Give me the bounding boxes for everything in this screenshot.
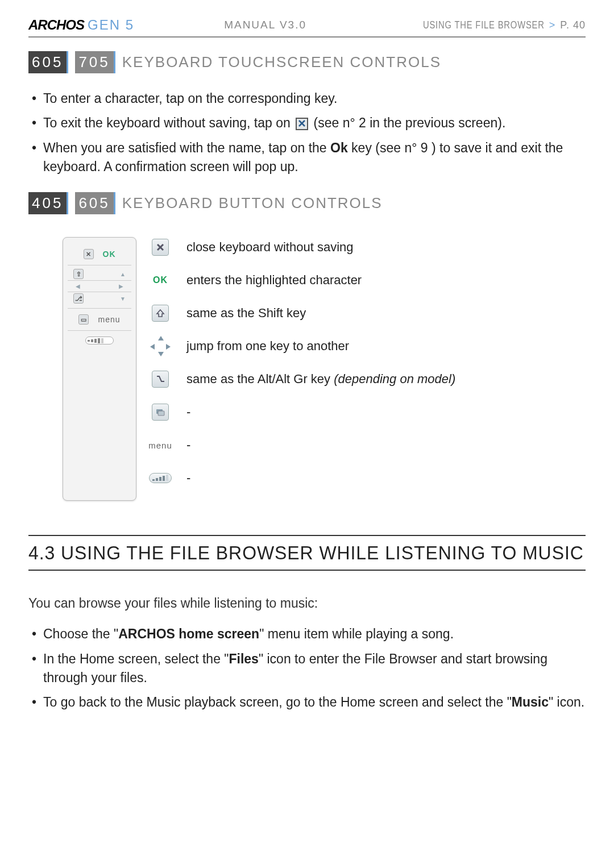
legend-row: close keyboard without saving [150, 237, 586, 258]
legend-text: same as the Shift key [186, 306, 306, 321]
legend-text: same as the Alt/Alt Gr key (depending on… [186, 372, 455, 387]
model-badge-405: 405 [28, 192, 68, 214]
volume-icon [85, 337, 114, 344]
bullet-text: Choose the " [43, 626, 118, 641]
close-icon [150, 237, 171, 258]
ref-number: 9 [421, 140, 428, 155]
ref-number: 2 [359, 115, 366, 130]
shift-icon [150, 303, 171, 323]
screen-icon [150, 402, 171, 422]
bold-text: Music [512, 695, 549, 709]
brand-block: ARCHOS GEN 5 [28, 17, 134, 33]
remote-row [68, 331, 131, 350]
bullet-item: To exit the keyboard without saving, tap… [43, 114, 586, 132]
alt-icon: ⎇ [73, 293, 84, 304]
legend-row: menu - [150, 435, 586, 455]
bullet-item: To enter a character, tap on the corresp… [43, 89, 586, 108]
model-badge-605: 605 [75, 192, 115, 214]
page-header: ARCHOS GEN 5 MANUAL V3.0 USING THE FILE … [28, 17, 586, 38]
ok-icon: OK [150, 270, 171, 290]
breadcrumb: USING THE FILE BROWSER > P. 40 [396, 19, 586, 31]
model-badge-605: 605 [28, 51, 68, 73]
section-title-2: KEYBOARD BUTTON CONTROLS [122, 194, 383, 212]
version-label: V3.0 [280, 19, 306, 31]
shift-icon: ⇧ [73, 269, 84, 279]
legend-text: - [186, 405, 190, 420]
bullet-item: To go back to the Music playback screen,… [43, 693, 586, 712]
bullet-item: When you are satisfied with the name, ta… [43, 139, 586, 177]
bullet-text: key (see n° [351, 140, 421, 155]
legend-row: same as the Shift key [150, 303, 586, 323]
legend-row: same as the Alt/Alt Gr key (depending on… [150, 369, 586, 389]
bullet-text: (see n° [314, 115, 359, 130]
legend-text: - [186, 471, 190, 485]
left-arrow-icon: ◀ [76, 283, 80, 289]
legend-row: - [150, 402, 586, 422]
legend-text: close keyboard without saving [186, 240, 354, 255]
remote-row: ✕ OK [68, 243, 131, 265]
touchscreen-bullets: To enter a character, tap on the corresp… [28, 89, 586, 176]
legend-text: - [186, 438, 190, 452]
bullet-text: in the previous screen). [370, 115, 505, 130]
section-heading-3: 4.3 USING THE FILE BROWSER WHILE LISTENI… [28, 535, 586, 571]
chevron-right-icon: > [549, 19, 556, 31]
bullet-text: " menu item while playing a song. [259, 626, 454, 641]
bold-text: ARCHOS home screen [118, 626, 259, 641]
remote-row: ⎇ ▼ [68, 292, 131, 309]
close-icon: ✕ [84, 249, 94, 259]
bullet-text: " icon. [549, 695, 584, 709]
legend-row: - [150, 468, 586, 488]
keyboard-controls-area: ✕ OK ⇧ ▲ ◀ ▶ ⎇ ▼ ▭ menu clo [63, 237, 586, 501]
up-arrow-icon: ▲ [120, 271, 126, 277]
legend-text-part: same as the Alt/Alt Gr key [186, 372, 334, 386]
bullet-text: To enter a character, tap on the corresp… [43, 91, 337, 106]
gen-label: GEN 5 [88, 17, 134, 33]
menu-icon: menu [150, 435, 171, 455]
ok-label: OK [103, 250, 116, 259]
section-heading-2: 405 605 KEYBOARD BUTTON CONTROLS [28, 192, 586, 214]
model-badge-705: 705 [75, 51, 115, 73]
alt-icon [150, 369, 171, 389]
remote-row: ⇧ ▲ [68, 265, 131, 281]
legend-text-italic: (depending on model) [334, 372, 455, 386]
legend-table: close keyboard without saving OK enters … [150, 237, 586, 501]
bullet-text: When you are satisfied with the name, ta… [43, 140, 330, 155]
remote-panel: ✕ OK ⇧ ▲ ◀ ▶ ⎇ ▼ ▭ menu [63, 237, 136, 501]
manual-version: MANUAL V3.0 [224, 19, 306, 31]
section-title-1: KEYBOARD TOUCHSCREEN CONTROLS [122, 53, 441, 71]
breadcrumb-section: USING THE FILE BROWSER [423, 19, 545, 31]
music-bullets: Choose the "ARCHOS home screen" menu ite… [28, 625, 586, 712]
svg-rect-5 [158, 411, 164, 416]
bullet-text: To go back to the Music playback screen,… [43, 695, 512, 709]
brand-logo: ARCHOS [28, 17, 84, 33]
section-heading-1: 605 705 KEYBOARD TOUCHSCREEN CONTROLS [28, 51, 586, 73]
bullet-item: Choose the "ARCHOS home screen" menu ite… [43, 625, 586, 643]
volume-icon [150, 468, 171, 488]
remote-row: ◀ ▶ [68, 281, 131, 292]
page-number: P. 40 [560, 19, 586, 31]
remote-row: ▭ menu [68, 309, 131, 331]
legend-text: jump from one key to another [186, 339, 349, 354]
legend-text: enters the highlighted character [186, 273, 362, 288]
bold-text: Ok [330, 140, 348, 155]
down-arrow-icon: ▼ [120, 296, 126, 302]
bullet-text: To exit the keyboard without saving, tap… [43, 115, 294, 130]
legend-row: OK enters the highlighted character [150, 270, 586, 290]
dpad-icon [150, 336, 171, 356]
manual-label: MANUAL [224, 19, 275, 31]
section-title-3: 4.3 USING THE FILE BROWSER WHILE LISTENI… [28, 542, 552, 564]
intro-text: You can browse your files while listenin… [28, 596, 586, 611]
screen-icon: ▭ [78, 314, 89, 325]
bold-text: Files [229, 651, 259, 666]
menu-label: menu [98, 315, 120, 324]
close-icon [296, 118, 308, 130]
legend-row: jump from one key to another [150, 336, 586, 356]
bullet-item: In the Home screen, select the "Files" i… [43, 650, 586, 688]
bullet-text: In the Home screen, select the " [43, 651, 229, 666]
right-arrow-icon: ▶ [119, 283, 123, 289]
